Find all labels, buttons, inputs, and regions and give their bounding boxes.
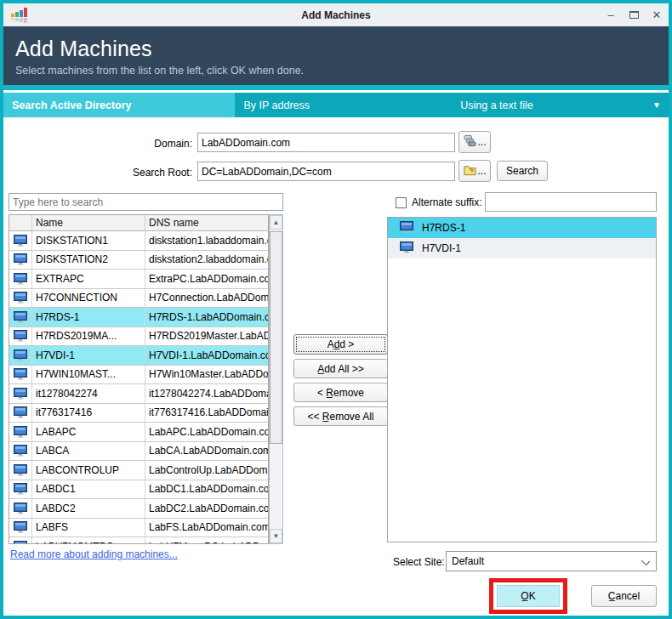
machine-dns: LabDC2.LabADDomain.com xyxy=(145,499,268,518)
machine-dns: LabControlUp.LabADDomain.c... xyxy=(145,461,268,480)
table-row[interactable]: it1278042274 it1278042274.LabADDomain.c.… xyxy=(9,384,268,404)
machine-name: LABAPC xyxy=(32,423,145,441)
browse-search-root-button[interactable]: ... xyxy=(458,160,491,182)
alternate-suffix-input[interactable] xyxy=(485,192,657,212)
table-row[interactable]: LABAPC LabAPC.LabADDomain.com xyxy=(9,423,268,442)
table-body: DISKSTATION1 diskstation1.labaddomain.co… xyxy=(9,231,268,544)
close-button[interactable]: ✕ xyxy=(646,3,667,26)
table-row[interactable]: LABCA LabCA.LabADDomain.com xyxy=(9,442,268,462)
remove-button[interactable]: < R̲emove xyxy=(293,383,388,402)
machine-name: LABDC1 xyxy=(32,480,145,499)
maximize-icon xyxy=(629,11,639,19)
machine-dns: LabFS.LabADDomain.com xyxy=(145,519,268,537)
machine-dns: it776317416.LabADDomain.com xyxy=(145,404,268,423)
alternate-suffix-checkbox[interactable] xyxy=(396,197,407,208)
tabbar-dropdown-icon[interactable]: ▼ xyxy=(652,100,661,110)
folder-edit-icon xyxy=(464,164,476,179)
computer-icon xyxy=(400,221,413,236)
add-all-button[interactable]: A̲dd All >> xyxy=(293,359,388,378)
machine-name: EXTRAPC xyxy=(32,270,145,288)
cancel-button[interactable]: C̲ancel xyxy=(591,585,657,607)
remove-all-button[interactable]: << R̲emove All xyxy=(293,406,388,426)
machine-name: LABCONTROLUP xyxy=(32,461,145,480)
minimize-button[interactable]: – xyxy=(601,3,621,26)
table-row[interactable]: H7CONNECTION H7Connection.LabADDomain.c.… xyxy=(9,289,268,309)
tab-search-active-directory[interactable]: Search Active Directory xyxy=(3,93,235,117)
list-item[interactable]: H7VDI-1 xyxy=(388,238,656,258)
scroll-up-icon[interactable]: ▲ xyxy=(270,215,282,230)
table-row[interactable]: it776317416 it776317416.LabADDomain.com xyxy=(9,404,268,423)
table-row[interactable]: DISKSTATION2 diskstation2.labaddomain.co… xyxy=(9,251,268,270)
icon-column-header[interactable] xyxy=(9,215,32,230)
window-title: Add Machines xyxy=(3,9,669,21)
table-row[interactable]: LABDC1 LabDC1.LabADDomain.com xyxy=(9,480,268,500)
machine-name: H7CONNECTION xyxy=(32,289,145,308)
computer-icon xyxy=(9,327,32,346)
list-item[interactable]: H7RDS-1 xyxy=(388,218,656,238)
machine-dns: diskstation1.labaddomain.com xyxy=(145,231,268,250)
page-title: Add Machines xyxy=(15,37,669,61)
site-selected-value: Default xyxy=(452,555,484,567)
selected-machine-name: H7RDS-1 xyxy=(422,222,465,234)
domain-servers-icon xyxy=(464,134,476,150)
computer-icon xyxy=(9,289,32,308)
title-bar: Add Machines – ✕ xyxy=(3,3,669,26)
machine-dns: LabDC1.LabADDomain.com xyxy=(145,480,268,499)
machine-dns: diskstation2.labaddomain.com xyxy=(145,251,268,270)
scroll-down-icon[interactable]: ▼ xyxy=(270,529,282,543)
selected-machine-name: H7VDI-1 xyxy=(422,242,461,254)
tab-by-ip-address[interactable]: By IP address xyxy=(235,93,452,117)
domain-input[interactable] xyxy=(197,133,455,152)
table-row[interactable]: LABCONTROLUP LabControlUp.LabADDomain.c.… xyxy=(9,461,268,480)
search-input[interactable] xyxy=(9,193,283,211)
table-row[interactable]: H7VDI-1 H7VDI-1.LabADDomain.com xyxy=(9,346,268,366)
machine-name: LABDC2 xyxy=(32,499,145,518)
machine-dns: LabH7MgmtPC.LabADDomain... xyxy=(145,537,268,544)
dialog-header: Add Machines Select machines from the li… xyxy=(3,26,669,85)
alternate-suffix-label: Alternate suffix: xyxy=(412,196,482,208)
computer-icon xyxy=(9,423,32,441)
machine-name: LABFS xyxy=(32,519,145,537)
machine-dns: H7RDS-1.LabADDomain.com xyxy=(145,308,268,327)
table-row[interactable]: LABH7MGMTPC LabH7MgmtPC.LabADDomain... xyxy=(9,537,268,544)
table-row[interactable]: H7RDS-1 H7RDS-1.LabADDomain.com xyxy=(9,308,268,327)
ellipsis-label: ... xyxy=(478,136,487,148)
computer-icon xyxy=(9,480,32,499)
computer-icon xyxy=(9,404,32,423)
add-button[interactable]: Ad̲d > xyxy=(293,334,388,355)
computer-icon xyxy=(9,346,32,365)
computer-icon xyxy=(9,270,32,288)
table-row[interactable]: H7RDS2019MA... H7RDS2019Master.LabADDo..… xyxy=(9,327,268,347)
machine-name: LABCA xyxy=(32,442,145,461)
ellipsis-label: ... xyxy=(478,165,487,177)
search-root-input[interactable] xyxy=(197,162,455,181)
computer-icon xyxy=(9,366,32,384)
site-select[interactable]: Default xyxy=(446,551,657,571)
machine-name: H7RDS-1 xyxy=(32,308,145,327)
machine-dns: ExtraPC.LabADDomain.com xyxy=(145,270,268,288)
computer-icon xyxy=(9,461,32,480)
read-more-link[interactable]: Read more about adding machines... xyxy=(10,548,178,560)
table-scrollbar[interactable]: ▲ ▼ xyxy=(269,214,283,544)
selected-machines-list: H7RDS-1 H7VDI-1 xyxy=(387,217,657,542)
table-row[interactable]: LABDC2 LabDC2.LabADDomain.com xyxy=(9,499,268,519)
table-row[interactable]: H7WIN10MAST... H7Win10Master.LabADDomain… xyxy=(9,366,268,385)
table-row[interactable]: EXTRAPC ExtraPC.LabADDomain.com xyxy=(9,270,268,289)
tab-bar: Search Active Directory By IP address Us… xyxy=(3,93,669,117)
search-button[interactable]: Search xyxy=(497,161,548,181)
machine-name: it776317416 xyxy=(32,404,145,423)
name-column-header[interactable]: Name xyxy=(32,215,145,230)
machine-name: H7RDS2019MA... xyxy=(32,327,145,346)
tab-using-text-file[interactable]: Using a text file xyxy=(452,93,669,117)
browse-domain-button[interactable]: ... xyxy=(458,131,491,153)
dns-column-header[interactable]: DNS name xyxy=(145,215,268,230)
scrollbar-thumb[interactable] xyxy=(270,231,282,444)
machine-dns: H7Win10Master.LabADDomain... xyxy=(145,366,268,384)
table-row[interactable]: DISKSTATION1 diskstation1.labaddomain.co… xyxy=(9,231,268,251)
annotation-highlight-box xyxy=(489,578,567,614)
chevron-down-icon xyxy=(641,557,650,565)
machine-name: H7VDI-1 xyxy=(32,346,145,365)
maximize-button[interactable] xyxy=(624,3,644,26)
add-machines-dialog: Add Machines – ✕ Add Machines Select mac… xyxy=(0,0,672,619)
table-row[interactable]: LABFS LabFS.LabADDomain.com xyxy=(9,519,268,538)
